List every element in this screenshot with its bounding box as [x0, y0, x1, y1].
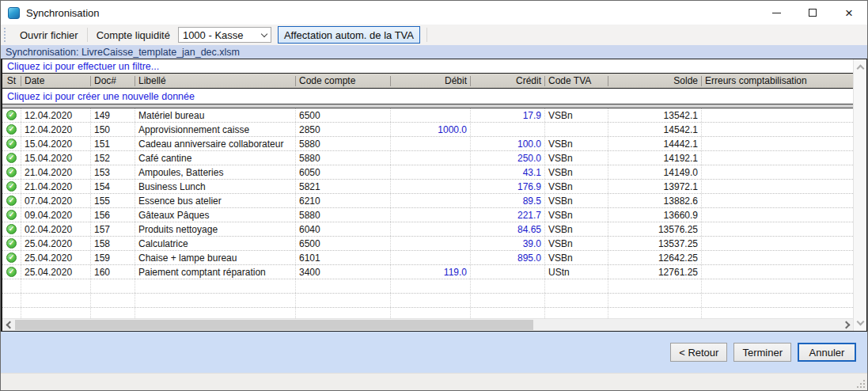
cell-account: 3400 — [296, 265, 391, 279]
table-row[interactable]: ✓15.04.2020152Café cantine5880250.0VSBn1… — [2, 151, 853, 165]
cell-label: Essence bus atelier — [135, 194, 296, 207]
cell-balance: 14149.0 — [608, 165, 702, 179]
cell-balance: 13972.1 — [608, 180, 702, 193]
cell-label: Gâteaux Pâques — [135, 208, 296, 222]
filter-row[interactable]: Cliquez ici pour effectuer un filtre... — [2, 59, 853, 74]
cell-label: Paiement comptant réparation — [135, 265, 296, 279]
cell-status: ✓ — [2, 251, 21, 264]
cell-errors — [702, 123, 853, 136]
cell-debit: 119.0 — [391, 265, 471, 279]
status-ok-icon: ✓ — [6, 139, 17, 149]
h-scroll-thumb[interactable] — [15, 320, 533, 330]
status-ok-icon: ✓ — [6, 124, 17, 135]
cell-label: Approvisionnement caisse — [135, 123, 296, 136]
cell-label: Chaise + lampe bureau — [135, 251, 296, 264]
scroll-right-button[interactable] — [841, 319, 853, 331]
cell-account: 6500 — [296, 108, 391, 122]
toolbar-separator — [87, 28, 88, 42]
v-scrollbar[interactable] — [853, 59, 866, 331]
cell-tva: VSBn — [545, 137, 608, 150]
cell-tva: UStn — [545, 265, 608, 279]
cell-errors — [702, 165, 853, 179]
cell-errors — [702, 251, 853, 264]
chevron-down-icon[interactable] — [258, 34, 271, 36]
auto-tva-button[interactable]: Affectation autom. de la TVA — [278, 26, 420, 44]
back-button[interactable]: < Retour — [670, 343, 727, 362]
cell-tva: VSBn — [545, 108, 608, 122]
finish-button[interactable]: Terminer — [733, 343, 791, 362]
cell-label: Business Lunch — [135, 180, 296, 193]
cell-debit — [391, 237, 471, 250]
cell-status: ✓ — [2, 165, 21, 179]
cell-debit — [391, 137, 471, 150]
table-row[interactable]: ✓25.04.2020159Chaise + lampe bureau61018… — [2, 251, 853, 265]
footer-bar: < Retour Terminer Annuler — [1, 332, 867, 373]
synchronisation-window: Synchronisation × Ouvrir fichier Compte … — [0, 0, 868, 391]
cell-errors — [702, 194, 853, 207]
cell-balance: 13576.25 — [608, 222, 702, 236]
cell-debit — [391, 251, 471, 264]
table-row[interactable]: ✓25.04.2020160Paiement comptant réparati… — [2, 265, 853, 279]
cancel-button[interactable]: Annuler — [798, 343, 856, 362]
table-row[interactable]: ✓12.04.2020149Matériel bureau650017.9VSB… — [2, 108, 853, 123]
maximize-icon — [809, 9, 817, 17]
table-row[interactable]: ✓15.04.2020151Cadeau anniversaire collab… — [2, 137, 853, 151]
empty-row — [2, 308, 853, 318]
cell-account: 6500 — [296, 237, 391, 250]
scroll-down-button[interactable] — [858, 317, 863, 328]
cell-doc: 158 — [91, 237, 135, 250]
column-header-doc-[interactable]: Doc# — [91, 76, 135, 86]
cell-tva — [545, 123, 608, 136]
column-header-cr-dit[interactable]: Crédit — [471, 76, 545, 86]
h-scrollbar[interactable] — [2, 318, 853, 331]
status-ok-icon: ✓ — [6, 167, 17, 177]
window-title: Synchronisation — [26, 7, 100, 19]
cell-status: ✓ — [2, 222, 21, 236]
open-file-button[interactable]: Ouvrir fichier — [13, 27, 85, 44]
cell-date: 09.04.2020 — [21, 208, 91, 222]
column-header-st[interactable]: St — [2, 76, 21, 86]
table-row[interactable]: ✓07.04.2020155Essence bus atelier621089.… — [2, 194, 853, 208]
status-ok-icon: ✓ — [6, 110, 17, 120]
cell-errors — [702, 265, 853, 279]
cell-account: 6050 — [296, 165, 391, 179]
cell-balance: 13537.25 — [608, 237, 702, 250]
new-record-row[interactable]: Cliquez ici pour créer une nouvelle donn… — [2, 89, 853, 104]
cell-account: 5880 — [296, 137, 391, 150]
liquidity-account-select[interactable]: 1000 - Kasse — [178, 27, 271, 43]
cell-tva: VSBn — [545, 180, 608, 193]
table-row[interactable]: ✓21.04.2020154Business Lunch5821176.9VSB… — [2, 180, 853, 194]
cell-date: 25.04.2020 — [21, 265, 91, 279]
cell-account: 5880 — [296, 208, 391, 222]
minimize-button[interactable] — [758, 1, 794, 25]
column-header-code-tva[interactable]: Code TVA — [545, 76, 608, 86]
cell-tva: VSBn — [545, 222, 608, 236]
cell-label: Produits nettoyage — [135, 222, 296, 236]
table-row[interactable]: ✓02.04.2020157Produits nettoyage604084.6… — [2, 222, 853, 237]
resize-grip-icon[interactable] — [857, 380, 865, 388]
cell-debit — [391, 194, 471, 207]
table-row[interactable]: ✓21.04.2020153Ampoules, Batteries605043.… — [2, 165, 853, 180]
close-icon: × — [845, 6, 853, 20]
table-row[interactable]: ✓09.04.2020156Gâteaux Pâques5880221.7VSB… — [2, 208, 853, 222]
table-row[interactable]: ✓25.04.2020158Calculatrice650039.0VSBn13… — [2, 237, 853, 251]
column-header-erreurs-comptabilisation[interactable]: Erreurs comptabilisation — [702, 76, 853, 86]
cell-status: ✓ — [2, 237, 21, 250]
column-header-libell-[interactable]: Libellé — [135, 76, 296, 86]
cell-account: 6210 — [296, 194, 391, 207]
table-row[interactable]: ✓12.04.2020150Approvisionnement caisse28… — [2, 123, 853, 137]
cell-status: ✓ — [2, 194, 21, 207]
scroll-up-button[interactable] — [858, 62, 863, 73]
scroll-left-button[interactable] — [2, 319, 14, 331]
column-header-d-bit[interactable]: Débit — [391, 76, 471, 86]
column-header-code-compte[interactable]: Code compte — [296, 76, 391, 86]
column-header-date[interactable]: Date — [21, 76, 91, 86]
maximize-button[interactable] — [794, 1, 831, 25]
close-button[interactable]: × — [831, 1, 867, 25]
cell-tva: VSBn — [545, 208, 608, 222]
column-header-solde[interactable]: Solde — [608, 76, 702, 86]
cell-debit — [391, 151, 471, 165]
cell-tva: VSBn — [545, 151, 608, 165]
toolbar-grip[interactable] — [4, 28, 9, 42]
cell-errors — [702, 180, 853, 193]
